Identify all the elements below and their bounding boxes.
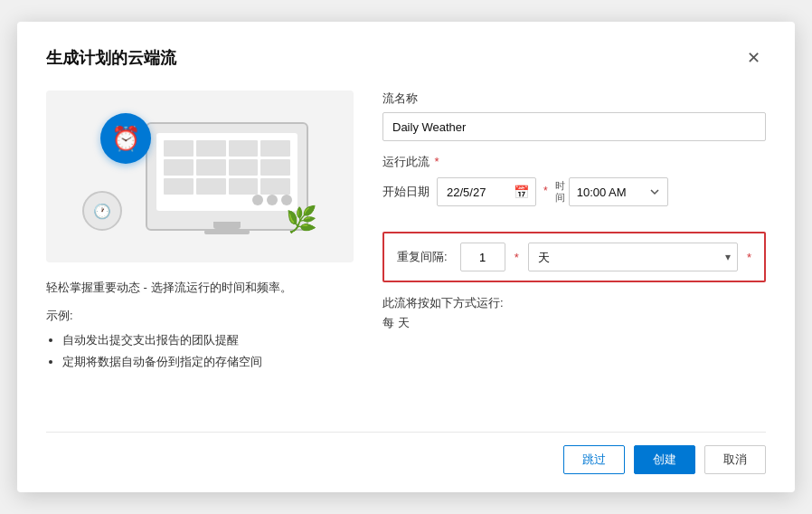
- illustration: ⏰: [46, 90, 354, 262]
- clock-icon: 🕐: [82, 191, 122, 231]
- run-section-label: 运行此流 *: [382, 154, 766, 170]
- grid-cell: [260, 178, 290, 195]
- dialog-body: ⏰: [46, 90, 766, 432]
- monitor-screen: [156, 133, 297, 211]
- examples-list: 自动发出提交支出报告的团队提醒 定期将数据自动备份到指定的存储空间: [46, 331, 354, 373]
- summary-title: 此流将按如下方式运行:: [382, 295, 766, 311]
- repeat-required-star: *: [515, 251, 519, 264]
- dialog: 生成计划的云端流 ✕ ⏰: [17, 22, 795, 492]
- time-select[interactable]: 10:00 AM 10:30 AM 11:00 AM 12:00 PM: [569, 177, 668, 206]
- dialog-title: 生成计划的云端流: [46, 47, 176, 69]
- run-flow-group: 运行此流 * 开始日期 📅 * 时 间 10: [382, 154, 766, 219]
- time-wrap: 时 间 10:00 AM 10:30 AM 11:00 AM 12:00 PM: [555, 177, 668, 206]
- grid-cell: [196, 159, 226, 176]
- alarm-icon: ⏰: [100, 113, 151, 164]
- grid-cell: [164, 178, 194, 195]
- date-time-row: 开始日期 📅 * 时 间 10:00 AM 10:30 AM: [382, 177, 766, 206]
- right-panel: 流名称 运行此流 * 开始日期 📅 * 时: [382, 90, 766, 432]
- grid-cell: [229, 140, 259, 157]
- flow-name-input[interactable]: [382, 112, 766, 141]
- dialog-footer: 跳过 创建 取消: [46, 432, 766, 474]
- examples-title: 示例:: [46, 307, 354, 326]
- repeat-label: 重复间隔:: [397, 249, 448, 265]
- grid-cell: [196, 140, 226, 157]
- list-item: 定期将数据自动备份到指定的存储空间: [62, 353, 354, 372]
- repeat-unit-select[interactable]: 天 周 月 年: [528, 243, 738, 271]
- circle-1: [252, 195, 263, 205]
- monitor-stand: [213, 222, 241, 229]
- circle-2: [267, 195, 278, 205]
- grid-cell: [260, 159, 290, 176]
- plant-icon: 🌿: [286, 205, 317, 234]
- illus-inner: ⏰: [73, 104, 326, 249]
- skip-button[interactable]: 跳过: [563, 445, 625, 474]
- left-description: 轻松掌握重要动态 - 选择流运行的时间和频率。 示例: 自动发出提交支出报告的团…: [46, 279, 354, 376]
- left-panel: ⏰: [46, 90, 354, 432]
- date-input[interactable]: [437, 177, 536, 206]
- dialog-header: 生成计划的云端流 ✕: [46, 47, 766, 69]
- summary-section: 此流将按如下方式运行: 每 天: [382, 295, 766, 331]
- grid-cell: [229, 178, 259, 195]
- start-date-label: 开始日期: [382, 184, 430, 200]
- monitor: [146, 122, 308, 231]
- repeat-unit-wrap: 天 周 月 年 ▾: [528, 243, 738, 271]
- tagline-text: 轻松掌握重要动态 - 选择流运行的时间和频率。: [46, 279, 354, 298]
- repeat-unit-required-star: *: [747, 251, 751, 264]
- illus-grid: [164, 140, 290, 195]
- list-item: 自动发出提交支出报告的团队提醒: [62, 331, 354, 350]
- cancel-button[interactable]: 取消: [704, 445, 766, 474]
- time-label: 时 间: [555, 180, 565, 204]
- flow-name-label: 流名称: [382, 90, 766, 107]
- grid-cell: [164, 159, 194, 176]
- grid-cell: [164, 140, 194, 157]
- grid-cell: [260, 140, 290, 157]
- date-required-star: *: [543, 185, 548, 197]
- flow-name-group: 流名称: [382, 90, 766, 141]
- date-input-wrap: 📅: [437, 177, 536, 206]
- grid-cell: [229, 159, 259, 176]
- grid-cell: [196, 178, 226, 195]
- create-button[interactable]: 创建: [634, 445, 695, 474]
- summary-value: 每 天: [382, 315, 766, 331]
- monitor-base: [204, 230, 250, 234]
- repeat-value-input[interactable]: [460, 243, 505, 271]
- close-button[interactable]: ✕: [741, 48, 766, 68]
- repeat-interval-box: 重复间隔: * 天 周 月 年 ▾ *: [382, 232, 766, 282]
